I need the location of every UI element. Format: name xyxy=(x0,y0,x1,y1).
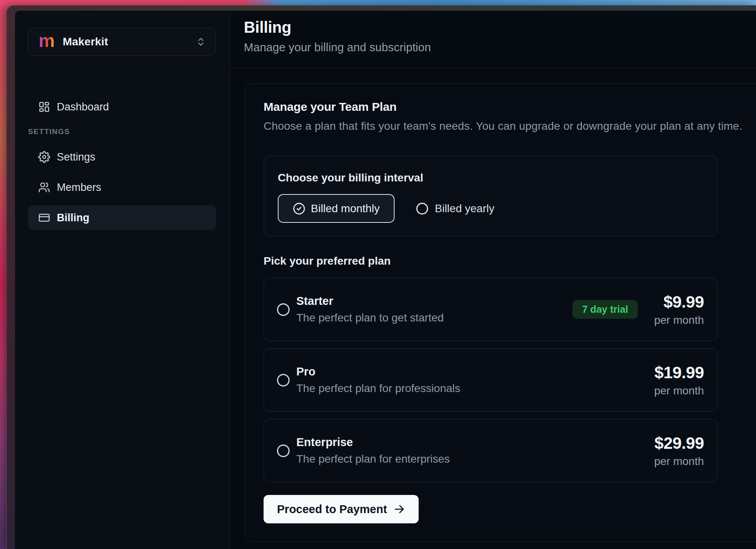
plan-info: Starter The perfect plan to get started xyxy=(296,295,444,324)
proceed-to-payment-button[interactable]: Proceed to Payment xyxy=(264,495,419,523)
sidebar-item-label: Members xyxy=(57,181,101,194)
billing-interval-label: Choose your billing interval xyxy=(278,172,704,184)
plan-price-block: $19.99 per month xyxy=(653,363,704,397)
radio-circle-icon[interactable] xyxy=(277,444,290,457)
plan-description: The perfect plan for professionals xyxy=(296,382,460,395)
sidebar-item-settings[interactable]: Settings xyxy=(28,145,216,169)
page-header: Billing Manage your billing and subscrip… xyxy=(230,11,756,68)
sidebar-nav: Dashboard SETTINGS Settings xyxy=(15,95,230,230)
wallpaper-top-strip xyxy=(0,0,756,6)
app-root: m Makerkit xyxy=(15,11,756,549)
radio-circle-icon[interactable] xyxy=(277,374,290,387)
plan-name: Pro xyxy=(296,365,460,378)
proceed-to-payment-label: Proceed to Payment xyxy=(277,503,387,516)
credit-card-icon xyxy=(38,212,50,224)
plan-price: $19.99 xyxy=(653,363,704,382)
team-plan-card: Manage your Team Plan Choose a plan that… xyxy=(245,83,756,542)
workspace-name: Makerkit xyxy=(63,35,108,48)
sidebar-item-dashboard[interactable]: Dashboard xyxy=(28,95,216,119)
billed-monthly-label: Billed monthly xyxy=(311,202,380,215)
plan-info: Pro The perfect plan for professionals xyxy=(296,365,460,395)
trial-badge: 7 day trial xyxy=(573,300,638,319)
billed-yearly-option[interactable]: Billed yearly xyxy=(416,202,494,215)
plan-row-starter[interactable]: Starter The perfect plan to get started … xyxy=(264,278,718,341)
billed-monthly-option[interactable]: Billed monthly xyxy=(278,194,395,223)
sidebar: m Makerkit xyxy=(15,11,230,549)
main-content: Billing Manage your billing and subscrip… xyxy=(230,11,756,549)
plan-price-block: $9.99 per month xyxy=(653,293,704,327)
radio-circle-icon[interactable] xyxy=(277,303,290,316)
circle-check-icon xyxy=(293,202,305,215)
chevrons-up-down-icon xyxy=(196,37,206,47)
sidebar-item-billing[interactable]: Billing xyxy=(28,205,216,230)
dashboard-icon xyxy=(38,101,50,113)
plan-name: Starter xyxy=(296,295,444,308)
plan-description: The perfect plan for enterprises xyxy=(296,453,450,465)
billing-interval-box: Choose your billing interval Billed mont… xyxy=(264,155,718,236)
gear-icon xyxy=(38,151,50,163)
plan-period: per month xyxy=(653,455,704,468)
plan-period: per month xyxy=(653,385,704,397)
pick-plan-label: Pick your preferred plan xyxy=(264,255,748,267)
plan-price: $9.99 xyxy=(653,293,704,312)
billed-yearly-label: Billed yearly xyxy=(435,202,494,215)
sidebar-item-label: Billing xyxy=(57,212,90,224)
sidebar-item-label: Settings xyxy=(57,151,95,163)
sidebar-section-settings: SETTINGS xyxy=(28,127,216,136)
team-plan-description: Choose a plan that fits your team's need… xyxy=(264,120,748,133)
app-window: m Makerkit xyxy=(6,5,756,549)
window-frame-left xyxy=(7,6,15,549)
billing-interval-options: Billed monthly Billed yearly xyxy=(278,194,704,223)
users-icon xyxy=(38,181,50,193)
workspace-selector[interactable]: m Makerkit xyxy=(28,28,216,56)
window-frame-top xyxy=(7,6,756,11)
plan-row-pro[interactable]: Pro The perfect plan for professionals $… xyxy=(264,348,718,412)
plan-price: $29.99 xyxy=(653,434,704,453)
sidebar-item-members[interactable]: Members xyxy=(28,175,216,200)
desktop-wallpaper: m Makerkit xyxy=(0,0,756,549)
team-plan-title: Manage your Team Plan xyxy=(264,100,748,114)
page-title: Billing xyxy=(244,19,756,36)
plan-name: Enterprise xyxy=(296,436,450,449)
arrow-right-icon xyxy=(393,503,405,515)
plan-info: Enterprise The perfect plan for enterpri… xyxy=(296,436,450,465)
plan-row-enterprise[interactable]: Enterprise The perfect plan for enterpri… xyxy=(264,419,718,482)
sidebar-item-label: Dashboard xyxy=(57,101,109,113)
makerkit-logo: m xyxy=(39,32,55,50)
plan-period: per month xyxy=(653,314,704,327)
page-subtitle: Manage your billing and subscription xyxy=(244,41,756,54)
radio-circle-icon xyxy=(416,203,428,215)
plan-description: The perfect plan to get started xyxy=(296,312,444,324)
plan-price-block: $29.99 per month xyxy=(653,434,704,468)
